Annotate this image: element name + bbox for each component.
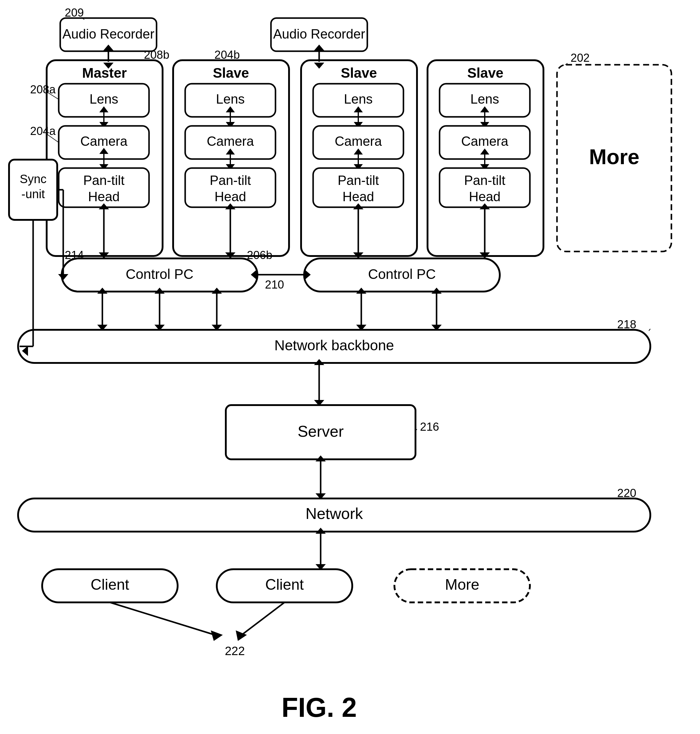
svg-text:Server: Server (297, 423, 344, 440)
svg-text:209: 209 (65, 6, 84, 19)
svg-text:Camera: Camera (80, 134, 128, 149)
svg-text:218: 218 (617, 318, 636, 331)
svg-text:Slave: Slave (467, 65, 503, 81)
svg-text:Audio Recorder: Audio Recorder (273, 27, 365, 41)
svg-text:Camera: Camera (207, 134, 254, 149)
svg-text:Slave: Slave (341, 65, 377, 81)
svg-text:Lens: Lens (470, 91, 499, 106)
svg-text:Camera: Camera (335, 134, 382, 149)
svg-text:Pan-tilt: Pan-tilt (338, 173, 379, 188)
svg-text:Lens: Lens (216, 91, 244, 106)
svg-text:Head: Head (342, 189, 374, 204)
svg-text:202: 202 (571, 52, 590, 64)
svg-line-159 (241, 602, 285, 635)
svg-text:FIG. 2: FIG. 2 (281, 693, 357, 722)
svg-text:Audio Recorder: Audio Recorder (62, 27, 154, 41)
svg-text:Network: Network (306, 505, 363, 522)
svg-text:Head: Head (214, 189, 246, 204)
svg-text:214: 214 (65, 249, 84, 261)
svg-text:222: 222 (225, 644, 245, 657)
svg-text:Network backbone: Network backbone (274, 338, 394, 353)
svg-marker-161 (211, 630, 223, 641)
svg-text:More: More (589, 145, 639, 169)
svg-text:204a: 204a (30, 125, 56, 137)
diagram-container: Audio Recorder Audio Recorder 209 208b 2… (0, 0, 700, 734)
svg-text:Head: Head (88, 189, 119, 204)
svg-text:216: 216 (420, 420, 439, 433)
svg-text:-unit: -unit (21, 187, 45, 200)
svg-text:Pan-tilt: Pan-tilt (84, 173, 125, 188)
svg-text:Head: Head (469, 189, 500, 204)
svg-text:Client: Client (265, 576, 304, 593)
svg-text:Lens: Lens (344, 91, 372, 106)
svg-text:220: 220 (617, 487, 636, 500)
svg-line-135 (649, 329, 650, 331)
svg-text:208a: 208a (30, 83, 56, 96)
svg-text:Sync: Sync (20, 172, 47, 186)
diagram-svg: Audio Recorder Audio Recorder 209 208b 2… (0, 0, 700, 734)
svg-text:More: More (445, 576, 479, 593)
svg-text:204b: 204b (214, 49, 240, 61)
svg-text:Control PC: Control PC (368, 266, 436, 282)
svg-text:Camera: Camera (461, 134, 509, 149)
svg-text:Control PC: Control PC (126, 266, 194, 282)
svg-text:210: 210 (265, 278, 284, 291)
svg-text:Master: Master (82, 65, 127, 81)
svg-text:208b: 208b (144, 49, 169, 61)
svg-text:Client: Client (91, 576, 129, 593)
svg-text:Pan-tilt: Pan-tilt (210, 173, 251, 188)
svg-text:206b: 206b (247, 249, 272, 261)
svg-line-158 (110, 602, 217, 635)
svg-text:Pan-tilt: Pan-tilt (464, 173, 506, 188)
svg-text:Slave: Slave (213, 65, 249, 81)
svg-text:Lens: Lens (90, 91, 118, 106)
